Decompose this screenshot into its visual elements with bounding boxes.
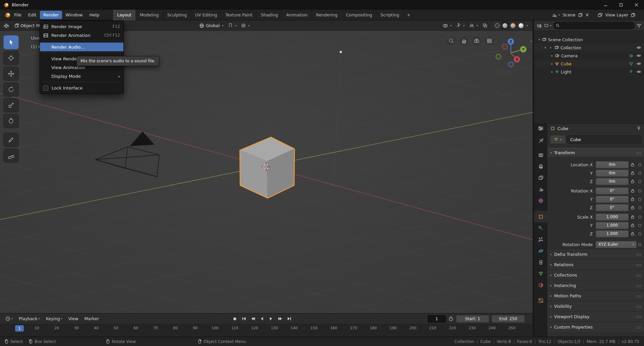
tool-select-box[interactable]	[3, 35, 19, 49]
zoom-button[interactable]	[447, 37, 455, 45]
tab-scripting[interactable]: Scripting	[377, 10, 404, 20]
animate-button[interactable]	[637, 163, 643, 166]
outliner-search-box[interactable]	[553, 22, 635, 29]
marker-menu[interactable]: Marker	[82, 315, 102, 323]
outliner-row-collection[interactable]: ▾ ✓ Collection	[534, 44, 644, 52]
view-menu-timeline[interactable]: View	[66, 315, 81, 323]
tab-particles[interactable]	[534, 234, 547, 245]
play-reverse-button[interactable]	[258, 315, 266, 322]
timeline-editor-icon-button[interactable]: ▾	[3, 315, 15, 323]
eye-icon[interactable]	[636, 54, 641, 57]
tab-object[interactable]	[534, 211, 547, 222]
outliner-editor-icon[interactable]	[537, 23, 542, 28]
add-workspace-button[interactable]: +	[404, 10, 414, 20]
lock-button[interactable]	[629, 232, 637, 236]
menu-window[interactable]: Window	[62, 11, 86, 19]
tab-scene[interactable]	[534, 183, 547, 195]
disclosure-icon[interactable]: ▸	[549, 62, 555, 65]
animate-button[interactable]	[637, 189, 643, 192]
panel-grip[interactable]	[636, 316, 637, 317]
outliner-row-light[interactable]: ▸ Light	[534, 68, 644, 76]
scale-x-field[interactable]: 1.000	[596, 214, 629, 221]
next-keyframe-button[interactable]	[276, 315, 284, 322]
outliner-row-scene-collection[interactable]: ▾ Scene Collection	[534, 36, 644, 44]
properties-editor-icon[interactable]	[538, 126, 544, 131]
panel-viewport-display[interactable]: ▸ Viewport Display	[547, 311, 644, 322]
pan-button[interactable]	[460, 37, 468, 45]
menu-item-lock-interface[interactable]: Lock Interface	[40, 83, 123, 92]
tab-object-data[interactable]	[534, 268, 547, 279]
new-scene-button[interactable]	[578, 13, 583, 17]
menu-render[interactable]: Render	[40, 11, 62, 19]
lock-button[interactable]	[629, 189, 637, 193]
frame-start-field[interactable]: Start: 1	[456, 315, 489, 323]
current-frame-marker[interactable]: 1	[15, 325, 24, 332]
lock-button[interactable]	[629, 223, 637, 227]
scale-z-field[interactable]: 1.000	[596, 230, 629, 237]
rotation-mode-dropdown[interactable]: XYZ Euler ▾	[596, 241, 637, 248]
rotation-y-field[interactable]: 0°	[596, 196, 629, 203]
scale-y-field[interactable]: 1.000	[596, 222, 629, 229]
tab-modifiers[interactable]	[534, 222, 547, 234]
shading-rendered-button[interactable]	[518, 21, 525, 30]
light-object[interactable]	[333, 49, 344, 202]
eye-icon[interactable]	[636, 62, 641, 65]
tab-tool[interactable]	[534, 135, 547, 147]
menu-file[interactable]: File	[11, 11, 25, 19]
panel-relations[interactable]: ▸ Relations	[547, 259, 644, 270]
view-layer-name[interactable]: View Layer	[605, 12, 629, 17]
cube-object[interactable]	[240, 137, 294, 198]
disclosure-icon[interactable]: ▸	[549, 70, 555, 73]
transform-orientation-selector[interactable]: Global ▾	[199, 23, 223, 28]
rotation-x-field[interactable]: 0°	[596, 187, 629, 194]
tab-sculpting[interactable]: Sculpting	[163, 10, 191, 20]
panel-delta-transform[interactable]: ▸ Delta Transform	[547, 249, 644, 259]
menu-item-render-image[interactable]: Render Image F12	[40, 22, 123, 31]
tab-compositing[interactable]: Compositing	[342, 10, 376, 20]
animate-button[interactable]	[637, 224, 643, 227]
location-y-field[interactable]: 0m	[596, 170, 629, 177]
disclosure-icon[interactable]: ▸	[549, 54, 555, 57]
menu-item-display-mode[interactable]: Display Mode ▸	[40, 72, 123, 80]
outliner-row-camera[interactable]: ▸ Camera	[534, 52, 644, 60]
panel-grip[interactable]	[636, 152, 637, 153]
tool-move[interactable]	[3, 67, 19, 81]
filter-icon[interactable]	[637, 23, 641, 28]
lock-interface-checkbox[interactable]	[43, 85, 48, 91]
panel-grip[interactable]	[636, 306, 637, 306]
animate-button[interactable]	[637, 243, 643, 246]
tool-measure[interactable]	[3, 149, 19, 163]
tool-scale[interactable]	[3, 98, 19, 112]
overlays-toggle[interactable]: ▾	[469, 23, 478, 28]
transform-panel-header[interactable]: ▾ Transform	[547, 148, 644, 157]
object-name-input[interactable]	[567, 135, 641, 143]
sidebar-toggle-arrow[interactable]: ‹	[530, 39, 532, 44]
tab-modeling[interactable]: Modeling	[136, 10, 163, 20]
panel-collections[interactable]: ▸ Collections	[547, 270, 644, 280]
lock-button[interactable]	[629, 206, 637, 210]
scene-name[interactable]: Scene	[562, 12, 575, 17]
panel-grip[interactable]	[636, 264, 637, 265]
tool-rotate[interactable]	[3, 82, 19, 97]
lock-button[interactable]	[629, 197, 637, 201]
play-button[interactable]	[267, 315, 275, 322]
jump-to-start-button[interactable]	[240, 315, 248, 322]
pin-icon[interactable]	[637, 126, 641, 131]
animate-button[interactable]	[637, 216, 643, 219]
menu-item-render-animation[interactable]: Render Animation Ctrl F12	[40, 31, 123, 40]
scene-browse-button[interactable]: ▾	[552, 13, 560, 17]
frame-ruler[interactable]: 1 10203040506070809010011012013014015016…	[0, 324, 533, 337]
tab-render[interactable]	[534, 149, 547, 161]
tab-physics[interactable]	[534, 245, 547, 256]
lock-button[interactable]	[629, 215, 637, 219]
playback-menu[interactable]: Playback▾	[16, 315, 43, 323]
lock-button[interactable]	[629, 163, 637, 167]
animate-button[interactable]	[637, 232, 643, 235]
panel-grip[interactable]	[636, 275, 637, 275]
panel-grip[interactable]	[636, 285, 637, 286]
panel-visibility[interactable]: ▸ Visibility	[547, 301, 644, 311]
panel-grip[interactable]	[636, 295, 637, 296]
keying-menu[interactable]: Keying▾	[43, 315, 65, 323]
gizmos-toggle[interactable]: ▾	[456, 23, 465, 28]
collection-checkbox[interactable]: ✓	[548, 45, 553, 50]
